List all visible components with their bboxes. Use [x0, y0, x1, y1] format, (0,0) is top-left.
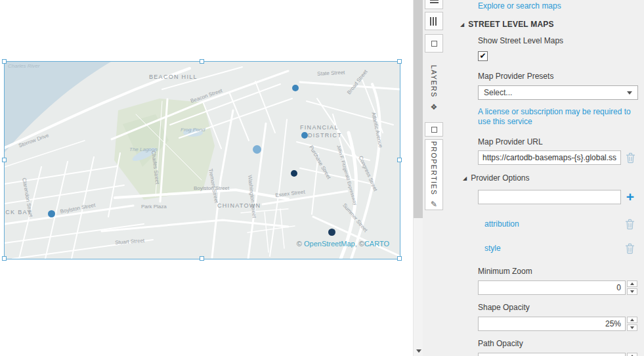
- provider-option-row: attribution: [478, 216, 637, 232]
- option-link-attribution[interactable]: attribution: [484, 219, 519, 229]
- arrow-down-icon: [416, 349, 421, 353]
- shape-opacity-input[interactable]: [478, 317, 626, 331]
- path-opacity-spinner: [627, 353, 637, 356]
- openstreetmap-link[interactable]: OpenStreetMap: [304, 240, 355, 248]
- delete-url-button[interactable]: [624, 151, 636, 164]
- tab-properties-label: PROPERTIES: [430, 141, 438, 196]
- tab-button-outline[interactable]: [425, 34, 443, 53]
- decrement-button[interactable]: [627, 288, 637, 295]
- properties-panel: Explore or search maps ◢ STREET LEVEL MA…: [446, 0, 644, 356]
- selection-handle-bottom-right[interactable]: [397, 256, 402, 261]
- caret-up-icon: [630, 282, 634, 285]
- increment-button[interactable]: [627, 353, 637, 356]
- shape-opacity-spinner: [627, 317, 637, 331]
- minimum-zoom-input[interactable]: [478, 280, 626, 295]
- caret-up-icon: [630, 319, 634, 321]
- license-note: A license or subscription may be require…: [478, 107, 642, 127]
- selection-handle-bottom-left[interactable]: [2, 256, 7, 261]
- delete-option-button[interactable]: [624, 217, 635, 231]
- map-data-point: [48, 210, 55, 217]
- trash-icon[interactable]: [624, 151, 636, 164]
- tab-button-data[interactable]: [425, 12, 443, 30]
- select-value: Select...: [484, 88, 512, 97]
- map-data-point: [253, 145, 261, 154]
- map-provider-presets-label: Map Provider Presets: [478, 72, 553, 81]
- map-provider-url-input[interactable]: [478, 150, 621, 165]
- add-option-button[interactable]: +: [624, 190, 636, 204]
- panel-icon: [431, 41, 437, 47]
- map-attribution: © OpenStreetMap, ©CARTO: [297, 240, 389, 248]
- side-tabstrip: LAYERS ❖ PROPERTIES ✎: [423, 0, 445, 356]
- canvas-vertical-scrollbar[interactable]: [413, 0, 423, 356]
- provider-options-section-header[interactable]: ◢ Provider Options: [463, 173, 530, 183]
- layers-icon: ❖: [431, 103, 438, 111]
- increment-button[interactable]: [627, 317, 637, 323]
- menu-icon: [430, 0, 439, 3]
- map-data-point: [328, 229, 335, 236]
- collapse-triangle-icon: ◢: [460, 22, 464, 28]
- path-opacity-label: Path Opacity: [478, 339, 523, 348]
- provider-option-row: style: [478, 240, 637, 256]
- selection-handle-bottom-middle[interactable]: [200, 256, 204, 261]
- collapse-triangle-icon: ◢: [463, 175, 467, 181]
- shape-opacity-label: Shape Opacity: [478, 303, 530, 312]
- carto-link[interactable]: CARTO: [364, 240, 389, 248]
- map-data-point: [301, 132, 308, 139]
- tab-button-document[interactable]: [425, 122, 443, 137]
- show-street-level-checkbox[interactable]: ✔: [478, 51, 488, 61]
- pencil-icon: ✎: [431, 200, 437, 208]
- caret-down-icon: [630, 290, 634, 293]
- chevron-down-icon: [627, 91, 632, 95]
- map-element[interactable]: Charles RiverBEACON HILLState StreetBroa…: [4, 61, 400, 259]
- design-canvas[interactable]: Charles RiverBEACON HILLState StreetBroa…: [0, 0, 413, 356]
- selection-handle-top-right[interactable]: [397, 59, 402, 64]
- tab-button-top-partial[interactable]: [425, 0, 443, 9]
- decrement-button[interactable]: [627, 324, 637, 331]
- map-preview: Charles RiverBEACON HILLState StreetBroa…: [5, 62, 400, 259]
- explore-maps-link[interactable]: Explore or search maps: [478, 1, 561, 11]
- map-provider-presets-select[interactable]: Select...: [478, 85, 638, 100]
- data-columns-icon: [430, 17, 438, 26]
- minimum-zoom-spinner: [627, 280, 637, 295]
- option-link-style[interactable]: style: [484, 244, 501, 253]
- selection-handle-middle-right[interactable]: [397, 158, 402, 162]
- provider-options-title: Provider Options: [471, 173, 529, 183]
- increment-button[interactable]: [627, 280, 637, 287]
- copyright-text: , ©: [355, 240, 364, 248]
- map-dots-layer: [5, 62, 400, 259]
- selection-handle-top-middle[interactable]: [200, 59, 204, 64]
- tab-layers-label: LAYERS: [430, 65, 438, 98]
- scrollbar-down-button[interactable]: [414, 346, 423, 356]
- selection-handle-top-left[interactable]: [2, 59, 7, 64]
- scrollbar-thumb[interactable]: [414, 0, 423, 218]
- map-provider-url-label: Map Provider URL: [478, 137, 543, 146]
- street-level-maps-section-header[interactable]: ◢ STREET LEVEL MAPS: [460, 20, 554, 29]
- map-data-point: [292, 85, 299, 91]
- selection-handle-middle-left[interactable]: [2, 158, 7, 162]
- check-mark: ✔: [479, 52, 486, 60]
- delete-option-button[interactable]: [624, 242, 635, 255]
- section-title: STREET LEVEL MAPS: [468, 20, 554, 29]
- minimum-zoom-label: Minimum Zoom: [478, 267, 532, 276]
- new-option-input[interactable]: [478, 190, 621, 204]
- show-street-level-label: Show Street Level Maps: [478, 36, 563, 45]
- copyright-text: ©: [297, 240, 304, 248]
- map-data-point: [291, 170, 297, 177]
- caret-down-icon: [630, 326, 634, 329]
- path-opacity-input[interactable]: [478, 353, 626, 356]
- document-icon: [431, 127, 437, 133]
- tab-properties[interactable]: PROPERTIES ✎: [425, 139, 443, 210]
- tab-layers[interactable]: LAYERS ❖: [425, 56, 443, 120]
